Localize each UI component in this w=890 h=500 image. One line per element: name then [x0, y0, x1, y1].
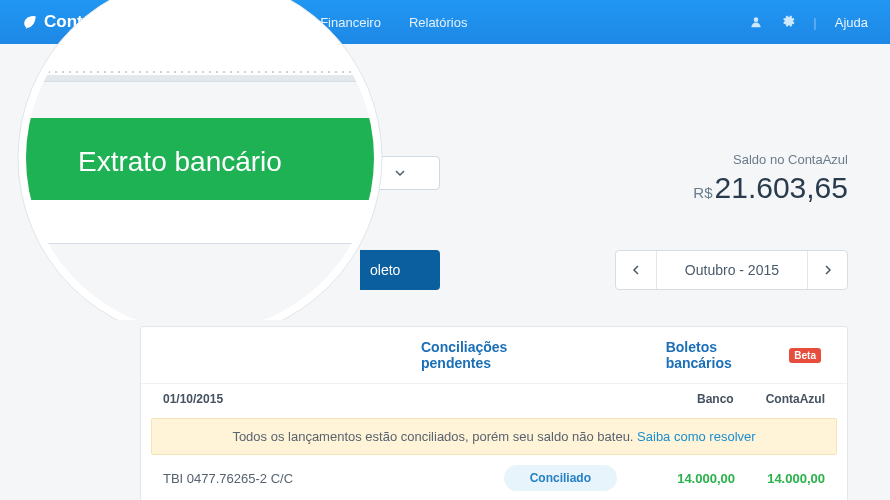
notice-resolve-link[interactable]: Saiba como resolver — [637, 429, 756, 444]
period-label[interactable]: Outubro - 2015 — [656, 251, 807, 289]
table-date: 01/10/2015 — [163, 392, 223, 406]
chevron-right-icon — [824, 265, 832, 275]
period-selector: Outubro - 2015 — [615, 250, 848, 290]
nav-help[interactable]: Ajuda — [835, 15, 868, 30]
lens-title: Extrato bancário — [78, 146, 282, 178]
balance-block: Saldo no ContaAzul R$21.603,65 — [693, 152, 848, 205]
balance-label: Saldo no ContaAzul — [693, 152, 848, 167]
period-next-button[interactable] — [807, 251, 847, 289]
nav-separator: | — [813, 15, 816, 30]
tab-pending[interactable]: Conciliações pendentes — [421, 339, 576, 371]
reconciliation-panel: Conciliações pendentes Boletos bancários… — [140, 326, 848, 500]
balance-value: 21.603,65 — [715, 171, 848, 204]
svg-rect-7 — [0, 200, 400, 244]
txn-description: TBI 0477.76265-2 C/C — [163, 471, 476, 486]
magnifier-overlay: Extrato bancário — [0, 0, 400, 320]
svg-rect-1 — [0, 0, 400, 75]
table-header-row: 01/10/2015 Banco ContaAzul — [141, 383, 847, 414]
beta-badge: Beta — [789, 348, 821, 363]
nav-link-relatorios[interactable]: Relatórios — [409, 15, 468, 30]
tab-boletos[interactable]: Boletos bancários Beta — [666, 339, 821, 371]
balance-amount: R$21.603,65 — [693, 171, 848, 205]
col-bank: Banco — [697, 392, 734, 406]
nav-right: | Ajuda — [749, 15, 868, 30]
svg-rect-2 — [0, 75, 400, 81]
balance-mismatch-notice: Todos os lançamentos estão conciliados, … — [151, 418, 837, 455]
notice-text: Todos os lançamentos estão conciliados, … — [232, 429, 637, 444]
svg-rect-8 — [0, 243, 400, 244]
col-contaazul: ContaAzul — [766, 392, 825, 406]
user-icon[interactable] — [749, 15, 763, 29]
txn-bank-amount: 14.000,00 — [645, 471, 735, 486]
gear-icon[interactable] — [781, 15, 795, 29]
period-prev-button[interactable] — [616, 251, 656, 289]
chevron-left-icon — [632, 265, 640, 275]
balance-currency: R$ — [693, 184, 712, 201]
table-row: TBI 0477.76265-2 C/C Conciliado 14.000,0… — [141, 455, 847, 500]
tab-boletos-label: Boletos bancários — [666, 339, 782, 371]
txn-ca-amount: 14.000,00 — [735, 471, 825, 486]
txn-status-pill[interactable]: Conciliado — [504, 465, 617, 491]
panel-tabs: Conciliações pendentes Boletos bancários… — [141, 327, 847, 383]
svg-rect-3 — [0, 81, 400, 82]
